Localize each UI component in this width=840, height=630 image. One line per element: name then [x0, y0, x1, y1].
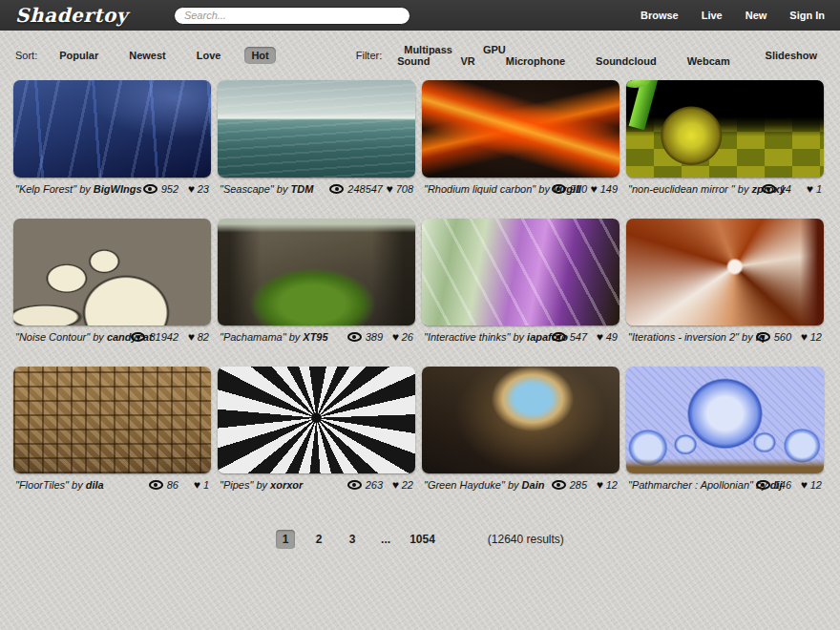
loves-count: 26	[402, 331, 413, 343]
by-label: by	[738, 183, 749, 195]
eye-pupil	[766, 187, 770, 191]
shader-author[interactable]: dila	[86, 479, 104, 491]
shader-card: "FloorTiles" by dila86♥1	[13, 367, 211, 494]
shader-title[interactable]: "Rhodium liquid carbon"	[424, 183, 536, 195]
shader-thumbnail[interactable]	[218, 367, 415, 473]
views-count: 952	[161, 183, 178, 195]
shader-title-author: "FloorTiles" by dila	[15, 479, 104, 491]
shader-thumbnail[interactable]	[13, 367, 211, 473]
shader-caption: "non-euclidean mirror " by zproxy14♥1	[626, 181, 824, 199]
shader-author[interactable]: BigWIngs	[94, 183, 142, 195]
shader-thumbnail[interactable]	[218, 219, 415, 326]
page-list: 123...1054	[276, 530, 450, 549]
eye-pupil	[154, 483, 158, 487]
shader-thumbnail[interactable]	[218, 80, 415, 178]
sort-option-newest[interactable]: Newest	[122, 47, 173, 64]
shader-card: "Pipes" by xorxor263♥22	[218, 367, 415, 494]
views-group: 14	[762, 183, 791, 195]
page-button-1054[interactable]: 1054	[410, 530, 435, 549]
loves-count: 149	[600, 183, 618, 195]
loves-count: 1	[203, 479, 209, 491]
shader-title[interactable]: "Iterations - inversion 2"	[628, 331, 739, 343]
page-button-2[interactable]: 2	[309, 530, 328, 549]
nav-link-sign-in[interactable]: Sign In	[789, 10, 825, 21]
filter-option-soundcloud[interactable]: Soundcloud	[589, 52, 663, 70]
sort-options: PopularNewestLoveHot	[52, 50, 293, 61]
heart-icon: ♥	[591, 184, 598, 194]
loves-group: ♥1	[807, 183, 822, 195]
eye-pupil	[136, 335, 140, 339]
shader-author[interactable]: xorxor	[270, 479, 303, 491]
shader-card: "Interactive thinks" by iapafoto547♥49	[422, 219, 620, 346]
nav-link-live[interactable]: Live	[702, 10, 723, 21]
filter-label: Filter:	[356, 50, 383, 61]
heart-icon: ♥	[392, 332, 399, 342]
shader-title[interactable]: "Kelp Forest"	[15, 183, 76, 195]
views-count: 910	[570, 183, 587, 195]
filter-option-webcam[interactable]: Webcam	[681, 52, 737, 70]
by-label: by	[508, 479, 519, 491]
shader-thumbnail[interactable]	[13, 219, 211, 326]
shader-caption: "Kelp Forest" by BigWIngs952♥23	[13, 181, 211, 199]
shader-card: "Iterations - inversion 2" by iq560♥12	[626, 219, 824, 346]
views-count: 31942	[149, 331, 178, 343]
nav-link-browse[interactable]: Browse	[640, 10, 679, 21]
shader-title[interactable]: "Interactive thinks"	[424, 331, 510, 343]
shader-title[interactable]: "Pathmarcher : Apollonian"	[628, 479, 753, 491]
loves-group: ♥26	[392, 331, 413, 343]
by-label: by	[289, 331, 301, 343]
filter-option-vr[interactable]: VR	[453, 52, 481, 70]
loves-count: 12	[810, 479, 822, 491]
shader-title-author: "Pipes" by xorxor	[220, 479, 303, 491]
shader-title[interactable]: "Noise Contour"	[15, 331, 90, 343]
shader-title[interactable]: "non-euclidean mirror "	[628, 183, 735, 195]
shader-thumbnail[interactable]	[626, 219, 824, 326]
shader-title[interactable]: "Seascape"	[220, 183, 274, 195]
nav-link-new[interactable]: New	[746, 10, 767, 21]
shader-thumbnail[interactable]	[13, 80, 211, 178]
shader-author[interactable]: Dain	[522, 479, 545, 491]
loves-count: 23	[198, 183, 209, 195]
heart-icon: ♥	[597, 332, 603, 342]
shader-thumbnail[interactable]	[422, 367, 620, 473]
eye-icon	[756, 332, 770, 342]
shader-caption: "Pipes" by xorxor263♥22	[218, 477, 415, 494]
shader-author[interactable]: XT95	[303, 331, 327, 343]
shader-thumbnail[interactable]	[422, 80, 620, 178]
eye-pupil	[556, 483, 560, 487]
logo[interactable]: Shadertoy	[15, 4, 128, 27]
views-count: 14	[780, 183, 791, 195]
page-button-3[interactable]: 3	[343, 530, 362, 549]
top-bar: Shadertoy BrowseLiveNewSign In	[0, 0, 840, 31]
views-group: 547	[552, 331, 587, 343]
shader-thumbnail[interactable]	[422, 219, 620, 326]
shader-card: "non-euclidean mirror " by zproxy14♥1	[626, 80, 824, 199]
shader-title[interactable]: "Green Hayduke"	[424, 479, 505, 491]
shader-card: "Noise Contour" by candycat31942♥82	[13, 219, 211, 346]
shader-caption: "Iterations - inversion 2" by iq560♥12	[626, 329, 824, 346]
shader-author[interactable]: TDM	[291, 183, 314, 195]
sort-option-hot[interactable]: Hot	[244, 47, 275, 64]
loves-group: ♥49	[597, 331, 618, 343]
shader-thumbnail[interactable]	[626, 80, 824, 178]
sort-option-love[interactable]: Love	[190, 47, 228, 64]
eye-pupil	[148, 187, 152, 191]
slideshow-button[interactable]: Slideshow	[766, 50, 817, 61]
shader-title[interactable]: "FloorTiles"	[15, 479, 69, 491]
shader-thumbnail[interactable]	[626, 367, 824, 473]
filter-option-microphone[interactable]: Microphone	[499, 52, 572, 70]
loves-count: 708	[396, 183, 413, 195]
views-group: 560	[756, 331, 791, 343]
sort-option-popular[interactable]: Popular	[52, 47, 105, 64]
by-label: by	[277, 183, 288, 195]
loves-count: 22	[402, 479, 413, 491]
page-button-1[interactable]: 1	[276, 530, 295, 549]
views-group: 952	[143, 183, 178, 195]
shader-title[interactable]: "Pipes"	[220, 479, 253, 491]
search-input[interactable]	[174, 7, 410, 25]
eye-icon	[762, 184, 776, 194]
shader-title-author: "Kelp Forest" by BigWIngs	[15, 183, 142, 195]
shader-title[interactable]: "Pachamama"	[220, 331, 286, 343]
shader-card: "Rhodium liquid carbon" by Virgill910♥14…	[422, 80, 620, 199]
loves-count: 49	[606, 331, 618, 343]
